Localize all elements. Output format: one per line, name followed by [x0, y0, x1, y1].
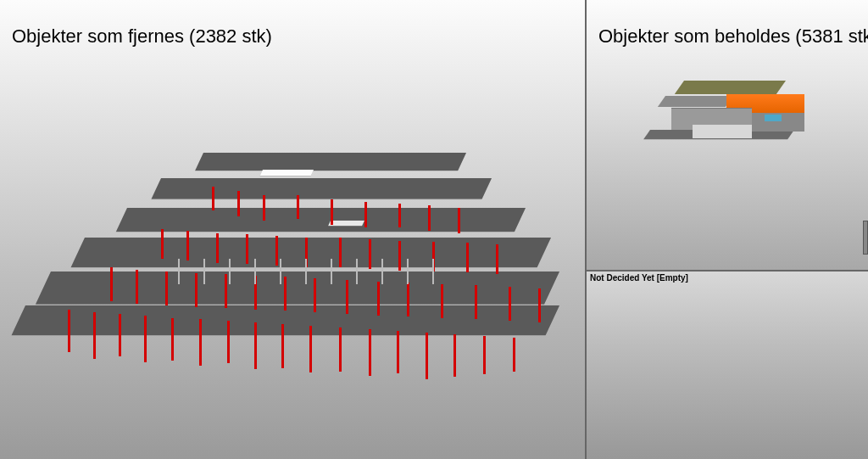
column — [254, 322, 257, 369]
column — [119, 314, 121, 356]
column — [225, 274, 227, 308]
column — [110, 267, 113, 301]
column-light — [407, 259, 409, 284]
column — [216, 233, 219, 263]
slab-void — [328, 221, 364, 226]
viewport-status-label: Not Decided Yet [Empty] — [590, 273, 688, 283]
column — [453, 334, 456, 377]
viewport-not-decided[interactable]: Not Decided Yet [Empty] — [587, 271, 868, 459]
column — [186, 231, 189, 260]
column — [369, 329, 371, 376]
column — [496, 244, 498, 274]
column — [398, 241, 401, 271]
column — [538, 288, 541, 322]
viewport-right-column: Objekter som beholdes (5381 stk) Not Dec… — [587, 0, 868, 459]
column — [339, 327, 342, 372]
column-light — [254, 259, 256, 284]
column — [428, 205, 431, 231]
column — [331, 199, 333, 225]
column — [426, 333, 428, 379]
viewport-container: Objekter som fjernes (2382 stk) — [0, 0, 868, 459]
column — [297, 195, 299, 219]
column — [441, 284, 443, 318]
building-window — [765, 115, 782, 121]
column — [144, 316, 147, 362]
column-light — [229, 259, 231, 284]
column — [398, 204, 401, 227]
column-light — [178, 259, 180, 284]
column-light — [280, 259, 281, 284]
viewport-removed-objects[interactable]: Objekter som fjernes (2382 stk) — [0, 0, 587, 459]
slab-void — [260, 170, 314, 176]
column — [68, 310, 70, 352]
column — [275, 236, 278, 266]
column — [246, 234, 248, 264]
3d-model-kept[interactable] — [650, 81, 820, 174]
column — [364, 202, 367, 227]
column-light — [356, 259, 358, 284]
column — [263, 195, 265, 221]
column-light — [305, 259, 307, 284]
viewport-kept-objects[interactable]: Objekter som beholdes (5381 stk) — [587, 0, 868, 271]
column — [199, 319, 202, 366]
viewport-title-removed: Objekter som fjernes (2382 stk) — [12, 25, 272, 48]
building-roof — [658, 96, 733, 107]
slab — [36, 271, 559, 305]
building-wall — [693, 125, 752, 138]
column — [377, 282, 380, 316]
column — [513, 338, 515, 372]
column-light — [432, 259, 434, 284]
column — [284, 277, 287, 311]
column — [509, 287, 511, 321]
column — [165, 271, 168, 305]
3d-model-removed[interactable] — [8, 127, 576, 416]
column — [475, 285, 477, 319]
column — [195, 273, 198, 307]
column — [136, 270, 138, 304]
viewport-title-kept: Objekter som beholdes (5381 stk) — [598, 25, 868, 48]
building-roof — [675, 81, 786, 94]
column — [346, 280, 348, 314]
column-light — [331, 259, 332, 284]
column — [407, 283, 409, 316]
column — [93, 312, 96, 359]
slab — [152, 178, 492, 199]
column — [309, 326, 312, 372]
column — [161, 229, 164, 259]
column — [227, 321, 230, 363]
column-light — [203, 259, 205, 284]
scrollbar-handle[interactable] — [863, 221, 868, 255]
column — [171, 318, 174, 361]
slab — [116, 208, 526, 232]
column — [466, 243, 469, 272]
column — [314, 278, 316, 312]
column — [483, 336, 486, 374]
slab — [195, 153, 466, 171]
column — [339, 238, 342, 267]
slab — [71, 238, 551, 267]
column — [281, 324, 284, 368]
column — [458, 208, 460, 233]
column-light — [381, 259, 383, 284]
column — [237, 191, 240, 216]
column — [397, 331, 399, 373]
column — [369, 239, 371, 269]
column — [212, 187, 214, 210]
